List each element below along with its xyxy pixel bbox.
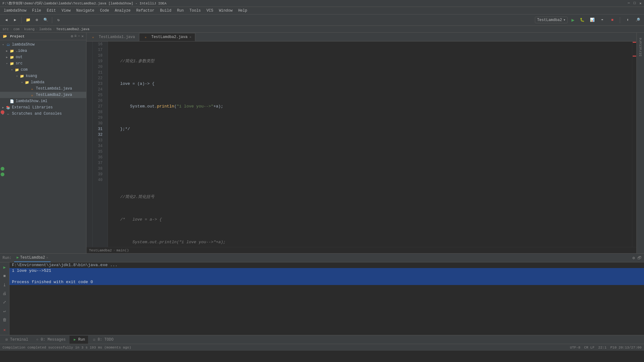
code-nav-method[interactable]: main() <box>116 249 129 252</box>
libs-icon: 📚 <box>6 105 11 110</box>
run-output-line-2: i love you-->521 <box>9 268 644 274</box>
toolbar-forward[interactable]: ▶ <box>11 16 19 24</box>
menu-refactor[interactable]: Refactor <box>134 8 157 14</box>
code-line-22: //简化2.简化括号 <box>110 194 630 200</box>
gutter-line-23 <box>86 81 92 87</box>
src-folder-icon: 📁 <box>9 61 14 66</box>
menu-edit[interactable]: Edit <box>44 8 58 14</box>
run-restart-btn[interactable]: ▶ <box>1 264 8 271</box>
menu-code[interactable]: Code <box>97 8 112 14</box>
menu-tools[interactable]: Tools <box>187 8 203 14</box>
sidebar-item-scratches[interactable]: ▶ ✏ Scratches and Consoles <box>0 111 86 117</box>
sidebar-item-idea[interactable]: ▶ 📁 .idea <box>0 48 86 54</box>
toolbar-sep-3 <box>620 17 620 23</box>
toolbar-settings[interactable]: ⚙ <box>33 16 41 24</box>
messages-tab[interactable]: ○ 0: Messages <box>32 336 69 344</box>
toolbar-back[interactable]: ◀ <box>3 16 10 24</box>
sidebar-item-src[interactable]: ▾ 📁 src <box>0 60 86 67</box>
code-line-20 <box>110 149 630 155</box>
coverage-button[interactable]: ☂ <box>598 16 606 24</box>
run-scroll-end-btn[interactable]: ⤓ <box>1 281 8 289</box>
sidebar-item-lambdashow[interactable]: ▾ 🗂 lambdaShow <box>0 41 86 48</box>
sidebar-item-testlambda1[interactable]: ▶ ☕ TestLambda1.java <box>0 85 86 92</box>
menu-file[interactable]: File <box>30 8 44 14</box>
menu-build[interactable]: Build <box>158 8 174 14</box>
toolbar-sync[interactable]: ↻ <box>55 16 62 24</box>
line-num-28: 28 <box>93 109 105 115</box>
tree-label-iml: lambdaShow.iml <box>16 99 47 103</box>
run-tab[interactable]: ▶ TestLamdba2 ✕ <box>14 254 51 262</box>
maximize-btn[interactable]: □ <box>634 1 636 5</box>
update-button[interactable]: ⬆ <box>624 16 631 24</box>
breadcrumb-bar: src › com › kuang › lambda › TestLamdba2… <box>0 26 644 33</box>
vtab-structure[interactable]: Structure <box>637 35 644 59</box>
run-config-selector[interactable]: TestLamdba2 ▾ <box>535 17 568 23</box>
tab-testlamdba2[interactable]: ☕ TestLamdba2.java ✕ <box>139 33 195 41</box>
run-output[interactable]: F:\Environment\java\jdk1.8\bin\java.exe … <box>9 262 644 335</box>
menu-window[interactable]: Window <box>216 8 235 14</box>
breadcrumb-lambda[interactable]: lambda <box>39 27 52 31</box>
menu-lambdashow[interactable]: lambdaShow <box>1 8 29 14</box>
stop-button[interactable]: ■ <box>608 16 616 24</box>
line-num-38: 38 <box>93 166 105 172</box>
sidebar-gear-btn[interactable]: ⚙ <box>71 34 73 39</box>
messages-icon: ○ <box>35 337 40 342</box>
menu-analyze[interactable]: Analyze <box>112 8 133 14</box>
run-close-btn[interactable]: ✕ <box>1 326 8 334</box>
todo-tab[interactable]: ☑ 8: TODO <box>89 336 116 344</box>
tab-testlambda1[interactable]: ☕ TestLambda1.java <box>86 33 139 41</box>
run-tab-close[interactable]: ✕ <box>46 256 48 260</box>
sidebar-item-kuang[interactable]: ▾ 📁 kuang <box>0 73 86 79</box>
sidebar-item-testlamdba2[interactable]: ▶ ☕ TestLamdba2.java <box>0 92 86 98</box>
code-nav-class[interactable]: TestLamdba2 <box>89 249 112 252</box>
gutter-line-25 <box>86 92 92 98</box>
sidebar-close-btn[interactable]: ✕ <box>81 34 84 39</box>
line-num-19: 19 <box>93 58 105 64</box>
status-line-col: 22:1 <box>598 346 607 349</box>
run-bottom-tab[interactable]: ▶ Run <box>69 336 88 344</box>
line-num-34: 34 <box>93 143 105 149</box>
run-folding-btn[interactable]: ⤢ <box>1 299 8 306</box>
run-button[interactable]: ▶ <box>570 17 576 23</box>
sidebar-sort-btn[interactable]: ≡ <box>74 34 76 39</box>
search-everything[interactable]: 🔎 <box>634 16 641 24</box>
run-cmd-text: F:\Environment\java\jdk1.8\bin\java.exe … <box>12 262 117 268</box>
code-container: 16 17 18 19 20 21 22 23 24 25 26 27 28 2… <box>86 41 636 247</box>
breadcrumb-kuang[interactable]: kuang <box>24 27 35 31</box>
line-num-22: 22 <box>93 75 105 81</box>
tree-label-testlamdba2: TestLamdba2.java <box>36 93 72 97</box>
menu-help[interactable]: Help <box>236 8 250 14</box>
menu-run[interactable]: Run <box>175 8 186 14</box>
sidebar-item-lambda[interactable]: ▾ 📁 lambda <box>0 79 86 85</box>
breadcrumb-src[interactable]: src <box>3 27 9 31</box>
menu-navigate[interactable]: Navigate <box>74 8 97 14</box>
breadcrumb-com[interactable]: com <box>13 27 19 31</box>
toolbar-search[interactable]: 🔍 <box>42 16 49 24</box>
menu-view[interactable]: View <box>59 8 73 14</box>
bottom-panel-settings[interactable]: ⚙ 🗗 <box>632 255 641 261</box>
gutter-line-38 <box>86 166 92 172</box>
toolbar-file-manager[interactable]: 📁 <box>24 16 32 24</box>
sidebar-item-iml[interactable]: ▶ 📄 lambdaShow.iml <box>0 98 86 104</box>
menu-vcs[interactable]: VCS <box>204 8 216 14</box>
run-print-btn[interactable]: 🖨 <box>1 290 8 298</box>
sidebar-item-external-libs[interactable]: ▶ 📚 External Libraries <box>0 104 86 111</box>
profile-button[interactable]: 📊 <box>588 16 596 24</box>
sidebar-collapse-btn[interactable]: – <box>78 34 80 39</box>
run-wrap-btn[interactable]: ↵ <box>1 307 8 315</box>
debug-button[interactable]: 🐛 <box>578 16 586 24</box>
line-num-17: 17 <box>93 47 105 53</box>
code-editor[interactable]: //简化1.参数类型 love = (a)-> { System.out.pri… <box>108 41 632 247</box>
sidebar-item-com[interactable]: ▾ 📁 com <box>0 67 86 73</box>
tab-label-1: TestLambda1.java <box>99 35 135 39</box>
terminal-tab[interactable]: ⊡ Terminal <box>1 336 31 344</box>
close-btn[interactable]: ✕ <box>639 1 641 5</box>
tab-close-btn[interactable]: ✕ <box>189 35 191 39</box>
menu-bar: lambdaShow File Edit View Navigate Code … <box>0 7 644 14</box>
sidebar-item-out[interactable]: ▶ 📁 out <box>0 54 86 60</box>
gutter-line-31 <box>86 126 92 132</box>
breadcrumb-file[interactable]: TestLamdba2.java <box>56 27 90 31</box>
minimize-btn[interactable]: ─ <box>628 1 630 5</box>
run-stop-btn[interactable]: ■ <box>1 272 8 280</box>
run-clear-btn[interactable]: 🗑 <box>1 316 8 324</box>
